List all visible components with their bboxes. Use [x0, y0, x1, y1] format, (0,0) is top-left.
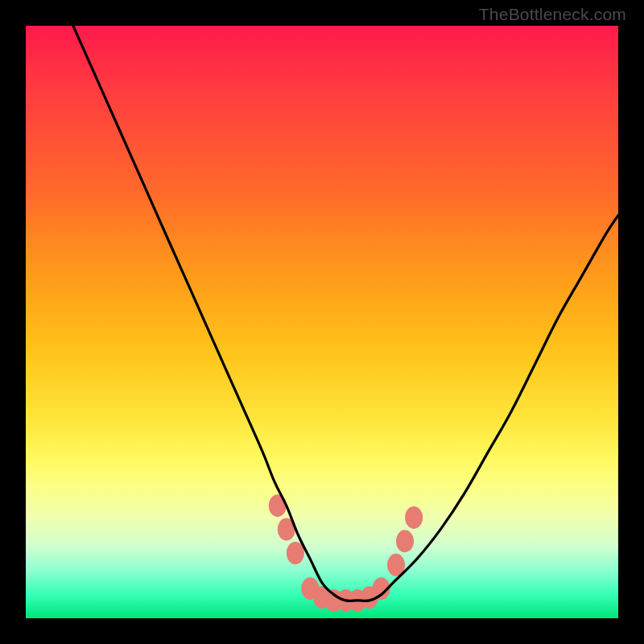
chart-plot-area: [26, 26, 618, 618]
curve-marker: [405, 506, 423, 529]
curve-marker: [287, 542, 304, 564]
curve-path: [73, 26, 618, 601]
bottleneck-curve: [26, 26, 618, 618]
watermark-text: TheBottleneck.com: [479, 5, 626, 24]
marker-layer: [269, 494, 423, 612]
curve-marker: [396, 530, 414, 552]
chart-frame: TheBottleneck.com: [0, 0, 644, 644]
